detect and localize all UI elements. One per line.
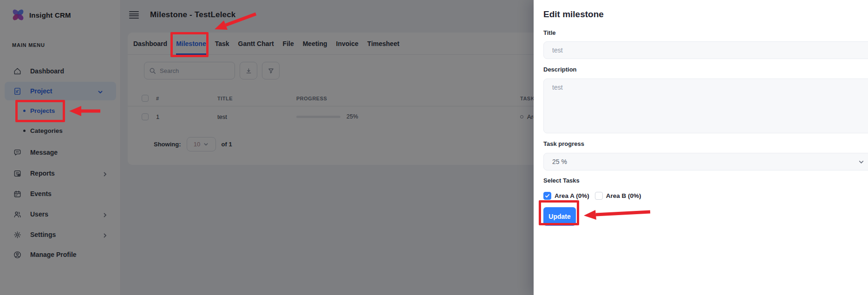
task-progress-select[interactable]: 25 % bbox=[543, 153, 868, 170]
checkbox-unchecked-icon[interactable] bbox=[595, 192, 603, 200]
checkbox-area-b[interactable]: Area B (0%) bbox=[595, 192, 641, 200]
checkbox-area-a[interactable]: Area A (0%) bbox=[543, 192, 589, 200]
update-button[interactable]: Update bbox=[543, 207, 576, 226]
dim-overlay[interactable] bbox=[0, 0, 534, 295]
title-field[interactable] bbox=[543, 41, 868, 59]
chevron-down-icon bbox=[858, 159, 864, 165]
drawer-title: Edit milestone bbox=[543, 9, 868, 20]
task-progress-value: 25 % bbox=[552, 158, 567, 165]
task-checkbox-row: Area A (0%) Area B (0%) bbox=[543, 192, 868, 200]
select-tasks-label: Select Tasks bbox=[543, 177, 868, 184]
description-field[interactable]: test bbox=[543, 79, 868, 133]
app-window: Insight CRM MAIN MENU Dashboard Project … bbox=[0, 0, 868, 295]
title-label: Title bbox=[543, 29, 868, 36]
description-label: Description bbox=[543, 66, 868, 73]
task-progress-label: Task progress bbox=[543, 140, 868, 147]
edit-milestone-drawer: Edit milestone Title Description test Ta… bbox=[534, 0, 868, 295]
checkbox-checked-icon[interactable] bbox=[543, 192, 551, 200]
checkbox-label: Area A (0%) bbox=[555, 192, 589, 199]
checkbox-label: Area B (0%) bbox=[606, 192, 641, 199]
